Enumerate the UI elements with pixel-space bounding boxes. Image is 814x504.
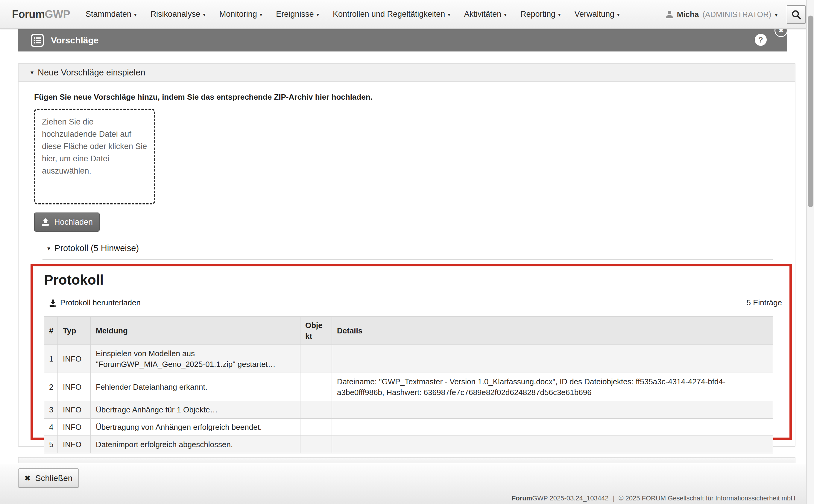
modal-footer: ✖ Schließen ForumGWP 2025-03.24_103442|©… bbox=[0, 463, 814, 504]
caret-down-icon: ▾ bbox=[558, 12, 561, 17]
file-dropzone[interactable]: Ziehen Sie die hochzuladende Datei auf d… bbox=[34, 109, 155, 204]
column-header: Objekt bbox=[300, 317, 332, 345]
protocol-download-link[interactable]: Protokoll herunterladen bbox=[49, 298, 141, 307]
nav-item-stammdaten[interactable]: Stammdaten▾ bbox=[86, 10, 137, 19]
protocol-table-body: 1INFOEinspielen von Modellen aus "ForumG… bbox=[44, 345, 773, 453]
upload-instruction: Fügen Sie neue Vorschläge hinzu, indem S… bbox=[34, 92, 373, 102]
column-header: Details bbox=[332, 317, 773, 345]
table-cell: 4 bbox=[44, 418, 58, 436]
caret-down-icon: ▾ bbox=[316, 12, 319, 17]
table-cell: Einspielen von Modellen aus "ForumGWP_MI… bbox=[91, 345, 300, 373]
table-row: 5INFODatenimport erfolgreich abgeschloss… bbox=[44, 436, 773, 453]
download-icon bbox=[49, 299, 57, 307]
table-cell bbox=[300, 373, 332, 401]
protocol-highlight-box: Protokoll Protokoll herunterladen 5 Eint… bbox=[31, 264, 792, 440]
caret-down-icon: ▾ bbox=[47, 245, 50, 252]
nav-item-label: Monitoring bbox=[219, 10, 257, 19]
modal-header: Vorschläge ? ✖ bbox=[18, 29, 787, 51]
table-cell bbox=[300, 401, 332, 418]
caret-down-icon: ▾ bbox=[31, 69, 34, 76]
table-cell: INFO bbox=[58, 373, 91, 401]
table-cell: 1 bbox=[44, 345, 58, 373]
close-button-label: Schließen bbox=[35, 473, 73, 483]
caret-down-icon: ▾ bbox=[617, 12, 620, 17]
screen: ForumGWP Stammdaten▾Risikoanalyse▾Monito… bbox=[0, 0, 814, 504]
version-brand: Forum bbox=[512, 494, 532, 502]
logo-part-forum: Forum bbox=[12, 8, 45, 20]
modal-title: Vorschläge bbox=[51, 35, 99, 45]
top-navbar: ForumGWP Stammdaten▾Risikoanalyse▾Monito… bbox=[0, 0, 814, 29]
nav-item-risikoanalyse[interactable]: Risikoanalyse▾ bbox=[151, 10, 206, 19]
table-row: 2INFOFehlender Dateianhang erkannt.Datei… bbox=[44, 373, 773, 401]
column-header: # bbox=[44, 317, 58, 345]
modal-close-icon[interactable]: ✖ bbox=[774, 29, 787, 37]
table-cell: INFO bbox=[58, 436, 91, 453]
table-cell: 2 bbox=[44, 373, 58, 401]
app-logo[interactable]: ForumGWP bbox=[12, 8, 70, 21]
table-row: 1INFOEinspielen von Modellen aus "ForumG… bbox=[44, 345, 773, 373]
nav-item-aktivit-ten[interactable]: Aktivitäten▾ bbox=[464, 10, 507, 19]
table-cell bbox=[332, 418, 773, 436]
nav-item-kontrollen-und-regelt-tigkeiten[interactable]: Kontrollen und Regeltätigkeiten▾ bbox=[333, 10, 450, 19]
entries-count: 5 Einträge bbox=[746, 298, 782, 307]
upload-icon bbox=[41, 218, 50, 227]
nav-item-verwaltung[interactable]: Verwaltung▾ bbox=[575, 10, 620, 19]
table-cell: INFO bbox=[58, 418, 91, 436]
column-header: Typ bbox=[58, 317, 91, 345]
nav-item-label: Kontrollen und Regeltätigkeiten bbox=[333, 10, 445, 19]
dropzone-text: Ziehen Sie die hochzuladende Datei auf d… bbox=[42, 116, 147, 177]
table-cell bbox=[332, 436, 773, 453]
table-cell: Dateiname: "GWP_Textmaster - Version 1.0… bbox=[332, 373, 773, 401]
protocol-actions-row: Protokoll herunterladen 5 Einträge bbox=[49, 298, 782, 307]
close-x-icon: ✖ bbox=[25, 474, 31, 482]
column-header: Meldung bbox=[91, 317, 300, 345]
user-name: Micha bbox=[677, 10, 699, 19]
version-number: GWP 2025-03.24_103442 bbox=[532, 494, 608, 502]
table-cell: 3 bbox=[44, 401, 58, 418]
table-cell bbox=[332, 345, 773, 373]
caret-down-icon: ▾ bbox=[203, 12, 206, 17]
panel-header-neue-vorschlaege[interactable]: ▾ Neue Vorschläge einspielen bbox=[19, 64, 795, 82]
table-cell bbox=[332, 401, 773, 418]
logo-part-gwp: GWP bbox=[45, 8, 70, 20]
nav-item-label: Stammdaten bbox=[86, 10, 131, 19]
user-role: (ADMINISTRATOR) bbox=[702, 10, 771, 19]
panel-header-label: Neue Vorschläge einspielen bbox=[38, 68, 145, 78]
scrollbar-thumb[interactable] bbox=[808, 16, 813, 207]
nav-item-reporting[interactable]: Reporting▾ bbox=[520, 10, 561, 19]
caret-down-icon: ▾ bbox=[134, 12, 137, 17]
scrollbar-track[interactable] bbox=[806, 0, 814, 504]
table-cell: 5 bbox=[44, 436, 58, 453]
help-icon[interactable]: ? bbox=[755, 34, 767, 46]
upload-button[interactable]: Hochladen bbox=[34, 212, 100, 232]
app-version-line: ForumGWP 2025-03.24_103442|© 2025 FORUM … bbox=[512, 494, 795, 502]
caret-down-icon: ▾ bbox=[448, 12, 450, 17]
protocol-toggle-label: Protokoll (5 Hinweise) bbox=[54, 243, 139, 253]
list-icon bbox=[31, 34, 44, 47]
nav-item-ereignisse[interactable]: Ereignisse▾ bbox=[276, 10, 319, 19]
main-menu: Stammdaten▾Risikoanalyse▾Monitoring▾Erei… bbox=[86, 10, 620, 19]
caret-down-icon: ▾ bbox=[504, 12, 507, 17]
close-button[interactable]: ✖ Schließen bbox=[18, 468, 79, 488]
search-button[interactable] bbox=[787, 5, 806, 24]
user-menu[interactable]: Micha (ADMINISTRATOR) ▾ bbox=[666, 0, 777, 29]
nav-item-label: Verwaltung bbox=[575, 10, 615, 19]
table-cell: INFO bbox=[58, 401, 91, 418]
nav-item-label: Aktivitäten bbox=[464, 10, 502, 19]
upload-panel: ▾ Neue Vorschläge einspielen Fügen Sie n… bbox=[18, 63, 795, 447]
protocol-download-label: Protokoll herunterladen bbox=[60, 298, 141, 307]
table-cell bbox=[300, 345, 332, 373]
protocol-toggle[interactable]: ▾ Protokoll (5 Hinweise) bbox=[47, 243, 139, 253]
version-separator: | bbox=[613, 494, 614, 502]
next-panel-edge bbox=[18, 457, 795, 463]
table-cell: INFO bbox=[58, 345, 91, 373]
user-icon bbox=[666, 10, 673, 19]
nav-item-monitoring[interactable]: Monitoring▾ bbox=[219, 10, 262, 19]
nav-item-label: Risikoanalyse bbox=[151, 10, 201, 19]
chevron-down-icon: ▾ bbox=[775, 13, 777, 18]
table-cell: Fehlender Dateianhang erkannt. bbox=[91, 373, 300, 401]
nav-item-label: Reporting bbox=[520, 10, 555, 19]
caret-down-icon: ▾ bbox=[260, 12, 262, 17]
divider bbox=[42, 259, 773, 260]
protocol-heading: Protokoll bbox=[44, 272, 104, 288]
